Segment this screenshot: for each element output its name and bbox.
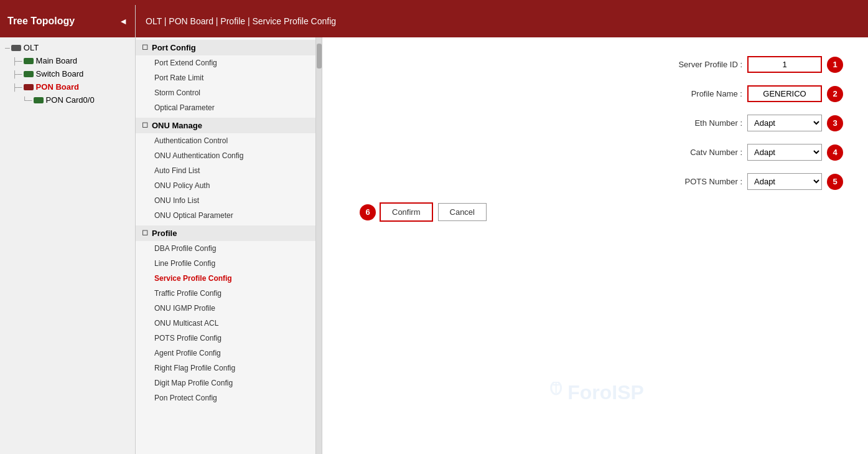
label-eth-number: Eth Number : <box>655 118 742 128</box>
cancel-button[interactable]: Cancel <box>438 203 487 221</box>
nav-item-service-profile-config[interactable]: Service Profile Config <box>136 271 315 286</box>
nav-item-port-rate-limit[interactable]: Port Rate Limit <box>136 70 315 85</box>
pon-board-label: PON Board <box>36 82 79 92</box>
input-server-profile-id[interactable] <box>747 56 822 73</box>
nav-item-auto-find-list[interactable]: Auto Find List <box>136 163 315 178</box>
button-row: 6 Confirm Cancel <box>347 202 843 222</box>
expand-icon: ☐ <box>142 44 148 52</box>
switch-board-label: Switch Board <box>36 69 84 78</box>
tree-connector: ├─ <box>12 57 22 65</box>
select-catv-number[interactable]: Adapt 0 1 <box>747 144 822 161</box>
breadcrumb-bar: OLT | PON Board | Profile | Service Prof… <box>136 5 868 37</box>
label-profile-name: Profile Name : <box>655 89 742 98</box>
select-eth-number[interactable]: Adapt 0 1 2 4 8 <box>747 115 822 131</box>
label-catv-number: Catv Number : <box>655 148 742 157</box>
step-badge-2: 2 <box>827 86 843 102</box>
sidebar-tree: ─ OLT ├─ Main Board ├─ Switch Board ├─ P… <box>0 37 135 454</box>
confirm-button[interactable]: Confirm <box>380 202 433 222</box>
nav-section-profile: ☐ Profile DBA Profile Config Line Profil… <box>136 225 315 405</box>
form-row-catv-number: Catv Number : Adapt 0 1 4 <box>347 144 843 161</box>
label-server-profile-id: Server Profile ID : <box>655 60 742 69</box>
expand-icon: ☐ <box>142 121 148 130</box>
nav-item-onu-info-list[interactable]: ONU Info List <box>136 193 315 208</box>
watermark-text: ForoISP <box>567 381 644 404</box>
nav-menu: ☐ Port Config Port Extend Config Port Ra… <box>136 37 316 454</box>
form-area: Server Profile ID : 1 Profile Name : 2 E… <box>322 37 868 454</box>
label-pots-number: POTS Number : <box>655 177 742 186</box>
nav-item-agent-profile-config[interactable]: Agent Profile Config <box>136 346 315 361</box>
step-badge-3: 3 <box>827 115 843 131</box>
nav-section-port-config-label: Port Config <box>152 43 196 52</box>
olt-icon <box>11 45 21 51</box>
main-board-label: Main Board <box>36 56 77 65</box>
nav-section-port-config-header[interactable]: ☐ Port Config <box>136 40 315 55</box>
tree-item-olt[interactable]: ─ OLT <box>0 41 135 54</box>
pon-board-icon <box>24 84 34 90</box>
step-badge-6: 6 <box>360 204 376 220</box>
nav-item-line-profile-config[interactable]: Line Profile Config <box>136 256 315 271</box>
sidebar-header: Tree Topology ◄ <box>0 5 135 37</box>
step-badge-5: 5 <box>827 174 843 190</box>
nav-item-authentication-control[interactable]: Authentication Control <box>136 133 315 148</box>
main-container: Tree Topology ◄ ─ OLT ├─ Main Board ├─ S… <box>0 5 868 454</box>
nav-item-pon-protect-config[interactable]: Pon Protect Config <box>136 390 315 405</box>
nav-section-profile-label: Profile <box>152 229 177 238</box>
nav-item-right-flag-profile-config[interactable]: Right Flag Profile Config <box>136 361 315 376</box>
tree-connector: ├─ <box>12 70 22 78</box>
form-row-pots-number: POTS Number : Adapt 0 1 2 4 8 5 <box>347 173 843 190</box>
nav-item-dba-profile-config[interactable]: DBA Profile Config <box>136 241 315 256</box>
nav-item-storm-control[interactable]: Storm Control <box>136 85 315 100</box>
form-row-eth-number: Eth Number : Adapt 0 1 2 4 8 3 <box>347 115 843 131</box>
nav-item-onu-authentication-config[interactable]: ONU Authentication Config <box>136 148 315 163</box>
nav-section-onu-manage-header[interactable]: ☐ ONU Manage <box>136 118 315 133</box>
nav-section-port-config: ☐ Port Config Port Extend Config Port Ra… <box>136 40 315 115</box>
tree-item-switch-board[interactable]: ├─ Switch Board <box>0 67 135 80</box>
nav-item-optical-parameter[interactable]: Optical Parameter <box>136 100 315 115</box>
input-profile-name[interactable] <box>747 85 822 102</box>
tree-item-pon-card[interactable]: └─ PON Card0/0 <box>0 93 135 106</box>
nav-section-profile-header[interactable]: ☐ Profile <box>136 225 315 241</box>
nav-item-onu-policy-auth[interactable]: ONU Policy Auth <box>136 178 315 193</box>
watermark: ForoISP <box>546 381 644 404</box>
pon-card-icon <box>34 97 44 103</box>
tree-item-main-board[interactable]: ├─ Main Board <box>0 54 135 67</box>
nav-item-traffic-profile-config[interactable]: Traffic Profile Config <box>136 286 315 301</box>
nav-section-onu-manage-label: ONU Manage <box>152 121 202 130</box>
nav-item-pots-profile-config[interactable]: POTS Profile Config <box>136 331 315 346</box>
olt-label: OLT <box>24 43 39 52</box>
step-badge-1: 1 <box>827 57 843 73</box>
content-area: OLT | PON Board | Profile | Service Prof… <box>136 5 868 454</box>
scrollbar-thumb <box>317 44 322 69</box>
form-row-profile-name: Profile Name : 2 <box>347 85 843 102</box>
sidebar-toggle[interactable]: ◄ <box>119 16 128 26</box>
expand-icon: ☐ <box>142 229 148 237</box>
nav-item-onu-multicast-acl[interactable]: ONU Multicast ACL <box>136 316 315 331</box>
scrollbar[interactable] <box>316 37 322 454</box>
top-bar <box>0 0 868 5</box>
breadcrumb: OLT | PON Board | Profile | Service Prof… <box>146 16 336 26</box>
svg-point-0 <box>551 382 561 394</box>
nav-section-onu-manage: ☐ ONU Manage Authentication Control ONU … <box>136 118 315 223</box>
nav-item-onu-igmp-profile[interactable]: ONU IGMP Profile <box>136 301 315 316</box>
nav-item-digit-map-profile-config[interactable]: Digit Map Profile Config <box>136 376 315 390</box>
content-split: ☐ Port Config Port Extend Config Port Ra… <box>136 37 868 454</box>
sidebar-title: Tree Topology <box>7 16 75 27</box>
tree-item-pon-board[interactable]: ├─ PON Board <box>0 80 135 93</box>
form-row-server-profile-id: Server Profile ID : 1 <box>347 56 843 73</box>
tree-connector: └─ <box>22 97 32 104</box>
step-badge-4: 4 <box>827 144 843 161</box>
switch-board-icon <box>24 71 34 77</box>
select-pots-number[interactable]: Adapt 0 1 2 4 8 <box>747 173 822 190</box>
tree-connector: ─ <box>5 44 10 52</box>
sidebar: Tree Topology ◄ ─ OLT ├─ Main Board ├─ S… <box>0 5 136 454</box>
tree-connector: ├─ <box>12 83 22 91</box>
nav-item-port-extend-config[interactable]: Port Extend Config <box>136 55 315 70</box>
main-board-icon <box>24 58 34 64</box>
nav-item-onu-optical-parameter[interactable]: ONU Optical Parameter <box>136 208 315 223</box>
pon-card-label: PON Card0/0 <box>46 95 95 105</box>
